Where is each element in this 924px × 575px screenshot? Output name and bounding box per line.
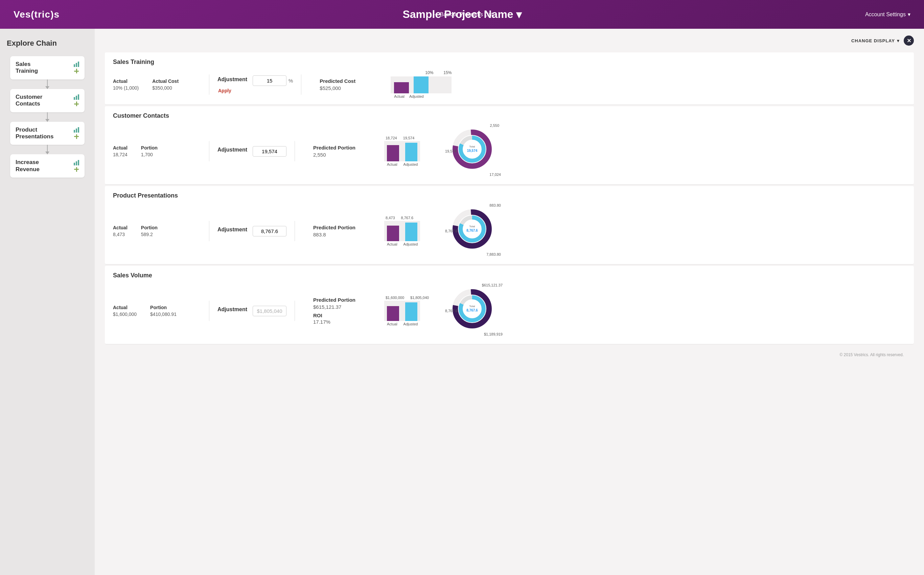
stat-label: Actual (113, 225, 127, 230)
predicted-value: 883.8 (313, 232, 374, 237)
chain-item-label: IncreaseRevenue (16, 159, 40, 173)
predicted-section: Predicted Portion 883.8 (313, 225, 374, 237)
predicted-section: Predicted Cost $525,000 (320, 78, 381, 91)
bar-label-adjusted-val: $1,805,040 (410, 295, 429, 300)
apply-button[interactable]: Apply (218, 88, 231, 93)
svg-text:Total: Total (470, 145, 475, 148)
bar-adjusted (414, 76, 429, 93)
adjustment-input[interactable] (252, 75, 286, 86)
settings-chevron-icon: ▾ (908, 11, 910, 17)
adjustment-input[interactable] (252, 226, 286, 237)
stat-value: 10% (1,000) (113, 85, 139, 91)
cross-icon (74, 134, 79, 139)
project-title-chevron-icon: ▾ (516, 8, 522, 21)
stat-label: Portion (141, 225, 157, 230)
bar-adjusted (405, 302, 418, 321)
bar-adjusted (405, 222, 418, 241)
donut-right-label: 19,574 (445, 149, 457, 153)
logo: Ves(tric)s (14, 9, 60, 20)
bar-chart-icon (74, 127, 79, 133)
change-display-label: CHANGE DISPLAY (851, 38, 895, 43)
predicted-section: Predicted Portion $615,121.37 ROI 17.17% (313, 297, 374, 325)
header: Ves(tric)s ← Back to Programs List Sampl… (0, 0, 924, 29)
stat-value: $1,600,000 (113, 311, 137, 317)
pct-bar-chart: 10% 15% Actual Adjusted (391, 70, 451, 98)
cross-icon (74, 68, 79, 74)
bar-actual (387, 306, 399, 321)
section-title: Sales Volume (113, 272, 906, 279)
chain-item-product-presentations[interactable]: ProductPresentations (10, 122, 84, 145)
stat-label: Actual (113, 145, 127, 151)
predicted-label: Predicted Portion (313, 225, 374, 230)
account-settings-label: Account Settings (865, 11, 906, 17)
bar-actual (387, 145, 399, 161)
divider (209, 141, 210, 161)
bar-label-actual-val: 8,473 (386, 216, 395, 220)
section-title: Customer Contacts (113, 112, 906, 119)
bar-bottom-adjusted: Adjusted (403, 322, 418, 326)
bar-label-adjusted-val: 8,767.6 (401, 216, 414, 220)
mini-bar-chart: 18,724 19,574 Actual Adjusted (384, 136, 438, 167)
section-title: Product Presentations (113, 192, 906, 199)
stat-value: 8,473 (113, 232, 127, 237)
predicted-label: Predicted Cost (320, 78, 381, 84)
close-button[interactable]: ✕ (904, 35, 914, 46)
donut-top-label: 883.80 (489, 203, 501, 207)
adjustment-section: Adjustment % Apply (218, 75, 293, 93)
adjustment-label: Adjustment (218, 227, 247, 233)
donut-chart-sales-volume: $615,121.37 $1,189,919 Total 8,767.6 8,7… (448, 284, 503, 338)
bar-bottom-adjusted: Adjusted (403, 242, 418, 246)
chain-item-label: SalesTraining (16, 61, 38, 75)
divider (295, 141, 295, 161)
adjustment-section: Adjustment (218, 306, 286, 316)
svg-text:8,767.6: 8,767.6 (467, 229, 478, 232)
section-customer-contacts: Customer Contacts Actual 18,724 Portion … (105, 106, 914, 185)
stat-label: Portion (141, 145, 157, 151)
chain-item-label: ProductPresentations (16, 127, 54, 140)
content-area: CHANGE DISPLAY ▾ ✕ Sales Training Actual… (95, 29, 924, 575)
chain-item-icons (74, 62, 79, 74)
chain-item-icons (74, 94, 79, 106)
adjustment-input[interactable] (252, 146, 286, 157)
divider (301, 75, 302, 95)
svg-text:19,574: 19,574 (467, 149, 478, 152)
bar-actual (394, 82, 409, 93)
stat-label: Portion (150, 305, 176, 310)
change-display-button[interactable]: CHANGE DISPLAY ▾ (851, 38, 900, 43)
divider (295, 221, 295, 241)
account-settings[interactable]: Account Settings ▾ (865, 11, 910, 17)
roi-value: 17.17% (313, 319, 374, 325)
stat-value: 18,724 (113, 152, 127, 157)
predicted-label: Predicted Portion (313, 145, 374, 151)
mini-bar-chart: 8,473 8,767.6 Actual Adjusted (384, 216, 438, 246)
predicted-value: 2,550 (313, 152, 374, 157)
bar-bottom-actual: Actual (387, 322, 397, 326)
chain-item-sales-training[interactable]: SalesTraining (10, 56, 84, 79)
section-product-presentations: Product Presentations Actual 8,473 Porti… (105, 186, 914, 265)
chain-item-icons (74, 160, 79, 172)
stat-value: 1,700 (141, 152, 157, 157)
chain-connector (47, 145, 48, 154)
bar-bottom-actual: Actual (387, 162, 397, 167)
chain-item-customer-contacts[interactable]: CustomerContacts (10, 89, 84, 112)
donut-chart-product-presentations: 883.80 7,883.80 Total 8,767.6 8,767.6 (448, 204, 503, 258)
section-title: Sales Training (113, 59, 906, 66)
section-sales-volume: Sales Volume Actual $1,600,000 Portion $… (105, 266, 914, 344)
donut-top-label: $615,121.37 (482, 283, 503, 287)
project-title[interactable]: Sample Project Name ▾ (402, 8, 521, 21)
bar-label-adjusted: 15% (443, 70, 451, 75)
divider (209, 75, 210, 95)
stat-value: $350,000 (152, 85, 179, 91)
adjustment-label: Adjustment (218, 147, 247, 153)
donut-bottom-label: 7,883.80 (486, 253, 501, 256)
cross-icon (74, 101, 79, 106)
stat-value: $410,080.91 (150, 311, 176, 317)
adjustment-input[interactable] (252, 306, 286, 316)
adjustment-section: Adjustment (218, 226, 286, 237)
divider (295, 301, 295, 321)
chain-item-increase-revenue[interactable]: IncreaseRevenue (10, 154, 84, 178)
donut-top-label: 2,550 (490, 124, 499, 127)
copyright-text: © 2015 Vestrics. All rights reserved. (840, 353, 904, 357)
donut-bottom-label: 17,024 (489, 173, 501, 176)
donut-bottom-label: $1,189,919 (484, 332, 503, 336)
